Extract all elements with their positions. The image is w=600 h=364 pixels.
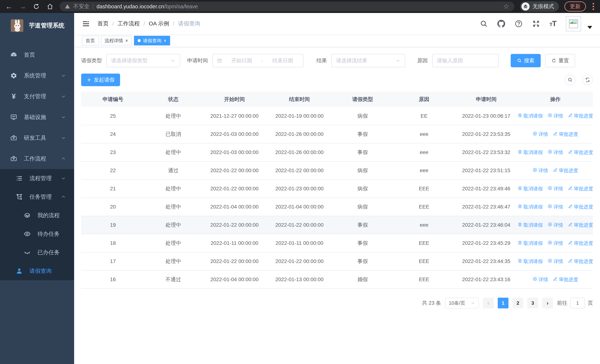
search-button[interactable]: 搜索 — [511, 54, 541, 67]
cancel-action-link[interactable]: 取消请假 — [517, 204, 543, 210]
cell-type: 病假 — [332, 107, 393, 125]
sidebar-item-payment[interactable]: ¥ 支付管理 — [0, 86, 74, 107]
refresh-table-button[interactable] — [582, 75, 593, 85]
detail-action-link[interactable]: 详情 — [533, 131, 548, 138]
goto-page-input[interactable] — [570, 298, 585, 308]
sidebar-item-workflow[interactable]: 工作流程 — [0, 148, 74, 169]
sidebar-item-done-task[interactable]: 已办任务 — [0, 243, 74, 262]
detail-action-link[interactable]: 详情 — [548, 186, 563, 192]
browser-reload-icon[interactable] — [32, 3, 40, 10]
cell-apply_time: 2022-01-22 23:44:35 — [455, 252, 518, 271]
create-leave-button[interactable]: 发起请假 — [81, 74, 120, 86]
search-icon[interactable] — [480, 20, 488, 28]
detail-action-link[interactable]: 详情 — [548, 258, 563, 265]
cancel-action-link[interactable]: 取消请假 — [517, 186, 543, 192]
cell-reason: EEE — [394, 252, 455, 271]
address-bar[interactable]: 不安全 dashboard.yudao.iocoder.cn/bpm/oa/le… — [60, 2, 514, 11]
bookmark-star-icon[interactable]: ☆ — [503, 3, 509, 10]
breadcrumb-item[interactable]: OA 示例 — [149, 20, 169, 28]
cancel-action-link[interactable]: 取消请假 — [517, 240, 543, 246]
detail-action-link[interactable]: 详情 — [533, 167, 548, 174]
progress-action-link[interactable]: 审批进度 — [553, 131, 578, 138]
sidebar: 芋道管理系统 首页 系统管理 ¥ 支付管理 基础设施 研发工具 工作流程 流程管… — [0, 13, 74, 364]
browser-forward-icon[interactable]: → — [19, 3, 27, 10]
detail-action-link[interactable]: 详情 — [533, 276, 548, 283]
help-icon[interactable] — [515, 20, 523, 28]
browser-home-icon[interactable] — [46, 3, 54, 10]
table-toolbar: 发起请假 — [81, 74, 593, 86]
sidebar-item-process-mgmt[interactable]: 流程管理 — [0, 169, 74, 187]
tag-tab-请假查询[interactable]: 请假查询 × — [134, 36, 170, 45]
collapse-sidebar-icon[interactable] — [82, 20, 90, 28]
user-avatar[interactable] — [566, 16, 581, 31]
close-tab-icon[interactable]: × — [125, 38, 128, 43]
browser-menu-icon[interactable] — [591, 3, 595, 10]
table-row: 24已取消2022-01-03 00:00:002022-01-26 00:00… — [81, 125, 593, 143]
next-page-button[interactable]: › — [542, 298, 553, 308]
goto-suffix: 页 — [588, 299, 593, 307]
sidebar-item-leave-query[interactable]: 请假查询 — [0, 262, 74, 280]
cell-actions: 取消请假详情审批进度 — [518, 143, 593, 161]
view-icon — [548, 186, 552, 192]
reset-button[interactable]: 重置 — [545, 54, 575, 67]
fullscreen-icon[interactable] — [532, 20, 540, 28]
detail-action-link[interactable]: 详情 — [548, 149, 563, 156]
toolbox-icon — [10, 155, 17, 162]
dashboard-icon — [10, 51, 17, 58]
font-size-icon[interactable]: TT — [550, 19, 556, 28]
sidebar-item-home[interactable]: 首页 — [0, 45, 74, 65]
cancel-action-link[interactable]: 取消请假 — [517, 222, 543, 228]
close-tab-icon[interactable]: × — [164, 38, 166, 43]
sidebar-item-infra[interactable]: 基础设施 — [0, 107, 74, 128]
github-icon[interactable] — [497, 20, 505, 28]
progress-action-link[interactable]: 审批进度 — [568, 204, 593, 210]
breadcrumb-item[interactable]: 首页 — [97, 20, 109, 28]
sidebar-item-devtools[interactable]: 研发工具 — [0, 128, 74, 148]
column-header: 开始时间 — [202, 92, 267, 107]
sidebar-item-todo-task[interactable]: 待办任务 — [0, 225, 74, 243]
page-button-3[interactable]: 3 — [527, 298, 538, 308]
sidebar-item-task-mgmt[interactable]: 任务管理 — [0, 187, 74, 206]
page-button-2[interactable]: 2 — [513, 298, 523, 308]
progress-action-link[interactable]: 审批进度 — [553, 276, 578, 283]
cancel-action-link[interactable]: 取消请假 — [517, 258, 543, 265]
table-row: 19处理中2022-01-22 00:00:002022-01-22 00:00… — [81, 216, 593, 234]
progress-action-link[interactable]: 审批进度 — [568, 149, 593, 156]
progress-action-link[interactable]: 审批进度 — [568, 222, 593, 228]
omnibox-divider — [93, 4, 93, 9]
detail-action-link[interactable]: 详情 — [548, 240, 563, 246]
progress-action-link[interactable]: 审批进度 — [568, 186, 593, 192]
update-button[interactable]: 更新 — [564, 1, 586, 11]
progress-action-link[interactable]: 审批进度 — [553, 167, 578, 174]
result-select[interactable]: 请选择流结果 — [331, 54, 405, 67]
breadcrumb-item[interactable]: 工作流程 — [117, 20, 140, 28]
sidebar-item-system[interactable]: 系统管理 — [0, 65, 74, 86]
avatar-dropdown-caret[interactable] — [587, 26, 592, 29]
pen-icon — [568, 113, 573, 119]
cancel-action-link[interactable]: 取消请假 — [517, 113, 543, 119]
tag-tab-流程详情[interactable]: 流程详情 × — [101, 36, 132, 45]
cell-end: 2022-01-22 00:00:00 — [267, 252, 332, 271]
detail-action-link[interactable]: 详情 — [548, 113, 563, 119]
progress-action-link[interactable]: 审批进度 — [568, 258, 593, 265]
prev-page-button[interactable]: ‹ — [483, 298, 494, 308]
reason-input[interactable]: 请输入原因 — [432, 54, 499, 67]
progress-action-link[interactable]: 审批进度 — [568, 113, 593, 119]
browser-back-icon[interactable]: ← — [5, 3, 13, 10]
detail-action-link[interactable]: 详情 — [548, 204, 563, 210]
leave-type-select[interactable]: 请选择请假类型 — [106, 54, 180, 67]
tag-tab-首页[interactable]: 首页 — [82, 36, 99, 45]
detail-action-link[interactable]: 详情 — [548, 222, 563, 228]
cell-end: 2022-01-11 00:00:00 — [267, 234, 332, 252]
progress-action-link[interactable]: 审批进度 — [568, 240, 593, 246]
sidebar-item-my-process[interactable]: 我的流程 — [0, 206, 74, 225]
page-size-select[interactable]: 10条/页 — [445, 298, 479, 308]
table-body: 25处理中2021-12-27 00:00:002022-01-19 00:00… — [81, 107, 593, 289]
apply-time-range-picker[interactable]: 开始日期 - 结束日期 — [212, 54, 303, 67]
cancel-action-link[interactable]: 取消请假 — [517, 149, 543, 156]
page-button-1[interactable]: 1 — [498, 298, 508, 308]
tag-tabs-bar: 首页 流程详情 × 请假查询 × — [74, 34, 600, 47]
cell-id: 23 — [81, 143, 145, 161]
sidebar-menu: 首页 系统管理 ¥ 支付管理 基础设施 研发工具 工作流程 流程管理 任务管理 … — [0, 38, 74, 280]
show-search-toggle-button[interactable] — [565, 75, 576, 85]
